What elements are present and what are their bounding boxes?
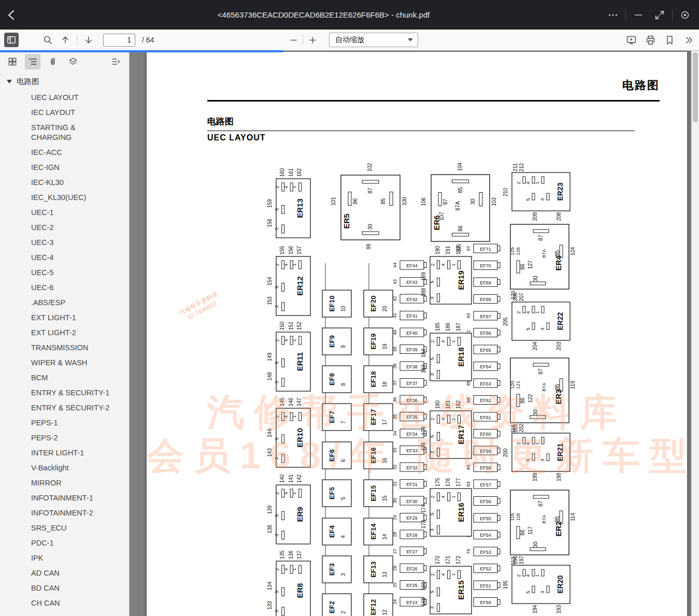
page-corner-title: 电路图 bbox=[622, 78, 660, 93]
outline-item[interactable]: INFOTAINMENT-2 bbox=[0, 506, 129, 521]
strip-fuse-label: EF31 bbox=[406, 482, 418, 487]
relay-name: ER8 bbox=[295, 583, 304, 598]
outline-item[interactable]: UEC-4 bbox=[0, 250, 129, 265]
relay-name: ER4 bbox=[554, 255, 563, 271]
relay-name: ER9 bbox=[295, 507, 304, 522]
current-outline-item-button[interactable] bbox=[108, 54, 124, 69]
position-number: 153 bbox=[267, 296, 273, 305]
position-number: 174 bbox=[421, 504, 426, 513]
strip-fuse-label: EF67 bbox=[480, 314, 491, 319]
outline-item[interactable]: EXT LIGHT-1 bbox=[0, 310, 129, 325]
outline-item[interactable]: UEC-1 bbox=[0, 205, 129, 220]
outline-item[interactable]: IEC-ACC bbox=[0, 145, 129, 160]
outline-item[interactable]: EXT LIGHT-2 bbox=[0, 325, 129, 340]
outline-item[interactable]: IEC_KL30(UEC) bbox=[0, 190, 129, 205]
outline-item[interactable]: SRS_ECU bbox=[0, 521, 129, 536]
back-button[interactable] bbox=[0, 0, 24, 30]
position-number: 143 bbox=[267, 448, 273, 457]
terminal-bar bbox=[458, 570, 461, 579]
bookmark-button[interactable] bbox=[662, 33, 677, 47]
vertical-scrollbar[interactable] bbox=[691, 51, 699, 616]
outline-item[interactable]: MIRROR bbox=[0, 476, 129, 491]
outline-item[interactable]: IEC-IGN bbox=[0, 160, 129, 175]
outline-item[interactable]: IEC-KL30 bbox=[0, 175, 129, 190]
component-outline bbox=[322, 480, 351, 507]
pin-label: 4 bbox=[283, 263, 289, 266]
attachments-view-button[interactable] bbox=[45, 54, 61, 69]
zoom-select-value: 自动缩放 bbox=[335, 35, 364, 45]
more-options-button[interactable] bbox=[604, 7, 622, 23]
print-button[interactable] bbox=[643, 33, 658, 47]
outline-item[interactable]: UEC LAYOUT bbox=[0, 90, 129, 105]
layers-view-button[interactable] bbox=[65, 54, 81, 69]
zoom-select[interactable]: 自动缩放 bbox=[329, 33, 418, 47]
outline-item[interactable]: UEC-5 bbox=[0, 265, 129, 280]
terminal-bar bbox=[438, 193, 441, 206]
picture-in-picture-button[interactable] bbox=[676, 7, 694, 23]
outline-item[interactable]: AD CAN bbox=[0, 566, 129, 581]
outline-item[interactable]: PEPS-2 bbox=[0, 431, 129, 446]
outline-item[interactable]: CH CAN bbox=[0, 596, 129, 611]
pin-label: 87 bbox=[367, 188, 373, 194]
outline-item[interactable]: V-Backlight bbox=[0, 461, 129, 476]
pin-label: 4 bbox=[440, 418, 446, 420]
outline-item[interactable]: PDC-1 bbox=[0, 536, 129, 551]
sidebar-toggle-button[interactable] bbox=[4, 33, 19, 47]
outline-item[interactable]: UEC-2 bbox=[0, 220, 129, 235]
outline-item[interactable]: ENTRY & SECURITY-2 bbox=[0, 400, 129, 416]
position-number: 190 bbox=[435, 246, 440, 254]
component-outline bbox=[322, 328, 351, 355]
fuse-label: EF12 bbox=[369, 599, 377, 615]
fuse-number: 4 bbox=[340, 535, 346, 538]
previous-page-button[interactable] bbox=[58, 33, 73, 47]
zoom-in-button[interactable] bbox=[305, 33, 320, 47]
outline-item-label: PDC-1 bbox=[31, 538, 54, 548]
fullscreen-button[interactable] bbox=[651, 7, 668, 23]
presentation-mode-button[interactable] bbox=[624, 33, 638, 47]
pdf-viewport[interactable]: 电路图 电路图 UEC LAYOUT EF4444EF4343EF4242EF4… bbox=[130, 51, 699, 616]
terminal-bar bbox=[541, 437, 544, 444]
scrollbar-thumb[interactable] bbox=[693, 52, 698, 122]
terminal-bar bbox=[282, 378, 284, 386]
outline-item[interactable]: STARTING & CHARGING bbox=[0, 120, 129, 145]
outline-item[interactable]: ENTRY & SECURITY-1 bbox=[0, 385, 129, 400]
search-button[interactable] bbox=[40, 33, 55, 47]
terminal-bar bbox=[497, 347, 500, 352]
outline-item[interactable]: WIPER & WASH bbox=[0, 355, 129, 370]
outline-items: UEC LAYOUTIEC LAYOUTSTARTING & CHARGINGI… bbox=[0, 90, 129, 611]
next-page-button[interactable] bbox=[81, 33, 96, 47]
minimize-button[interactable] bbox=[630, 7, 647, 23]
position-number: 145 bbox=[279, 397, 285, 406]
terminal-bar bbox=[282, 359, 284, 367]
outline-item[interactable]: BD CAN bbox=[0, 581, 129, 596]
outline-item[interactable]: INTER LIGHT-1 bbox=[0, 446, 129, 461]
outline-item[interactable]: PEPS-1 bbox=[0, 416, 129, 431]
page-number-input[interactable] bbox=[103, 34, 135, 47]
fuse-label: EF14 bbox=[369, 523, 377, 540]
outline-item[interactable]: .ABS/ESP bbox=[0, 295, 129, 310]
terminal-bar bbox=[547, 586, 549, 593]
pin-label: 5 bbox=[429, 591, 435, 593]
outline-item[interactable]: BCM bbox=[0, 370, 129, 385]
minus-icon bbox=[289, 35, 298, 45]
chevron-down-icon bbox=[408, 38, 413, 41]
zoom-out-button[interactable] bbox=[286, 33, 301, 47]
outline-item[interactable]: INFOTAINMENT-1 bbox=[0, 491, 129, 506]
thumbnails-view-button[interactable] bbox=[5, 54, 20, 69]
strip-fuse-label: EF39 bbox=[406, 347, 418, 352]
pin-label: 86 bbox=[519, 264, 525, 270]
pin-label: 4 bbox=[283, 568, 289, 570]
outline-item[interactable]: IPK bbox=[0, 551, 129, 566]
position-number: 161 bbox=[288, 168, 294, 177]
outline-item[interactable]: UEC-3 bbox=[0, 235, 129, 250]
position-number: 133 bbox=[267, 601, 273, 610]
outline-view-button[interactable] bbox=[25, 54, 40, 69]
outline-item[interactable]: UEC-6 bbox=[0, 280, 129, 295]
outline-item[interactable]: TRANSMISSION bbox=[0, 340, 129, 355]
fuse-number: 19 bbox=[382, 343, 388, 350]
outline-root-item[interactable]: 电路图 bbox=[0, 75, 129, 90]
outline-item[interactable]: IEC LAYOUT bbox=[0, 105, 129, 120]
strip-fuse-label: EF30 bbox=[406, 499, 418, 504]
more-tools-button[interactable] bbox=[681, 33, 696, 47]
terminal-bar bbox=[424, 330, 426, 335]
